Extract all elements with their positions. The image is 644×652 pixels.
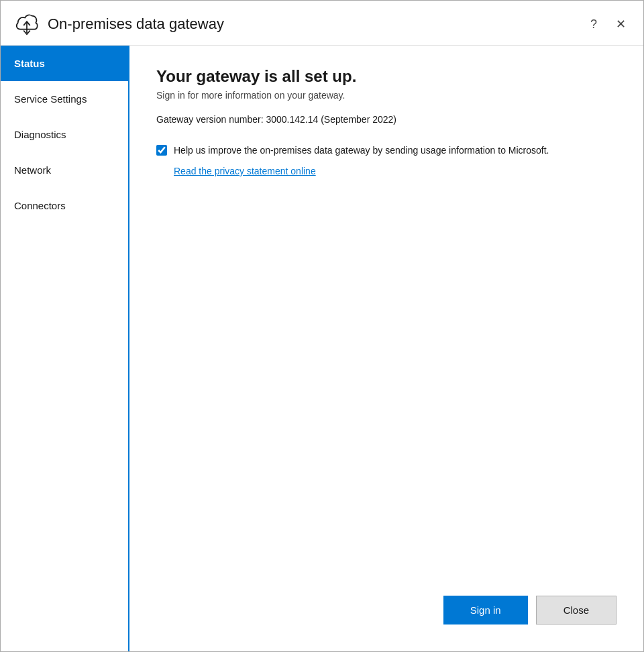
sidebar-item-network[interactable]: Network xyxy=(1,152,128,188)
close-button[interactable]: Close xyxy=(536,596,616,624)
signin-button[interactable]: Sign in xyxy=(443,596,528,624)
app-window: On-premises data gateway ? ✕ Status Serv… xyxy=(0,0,644,652)
window-controls: ? ✕ xyxy=(586,15,630,33)
help-button[interactable]: ? xyxy=(586,15,601,33)
sidebar: Status Service Settings Diagnostics Netw… xyxy=(1,46,129,651)
version-number: Gateway version number: 3000.142.14 (Sep… xyxy=(156,114,616,125)
status-subtitle: Sign in for more information on your gat… xyxy=(156,90,616,101)
app-title: On-premises data gateway xyxy=(48,15,586,33)
status-heading: Your gateway is all set up. xyxy=(156,67,616,86)
sidebar-item-service-settings[interactable]: Service Settings xyxy=(1,81,128,117)
status-content: Your gateway is all set up. Sign in for … xyxy=(156,67,616,585)
footer-buttons: Sign in Close xyxy=(156,585,616,630)
usage-checkbox[interactable] xyxy=(156,145,167,156)
sidebar-item-connectors[interactable]: Connectors xyxy=(1,188,128,223)
usage-checkbox-row: Help us improve the on-premises data gat… xyxy=(156,144,616,158)
content-area: Your gateway is all set up. Sign in for … xyxy=(129,46,643,651)
close-window-button[interactable]: ✕ xyxy=(612,15,630,33)
main-content: Status Service Settings Diagnostics Netw… xyxy=(1,46,643,651)
privacy-link[interactable]: Read the privacy statement online xyxy=(174,166,316,176)
usage-checkbox-wrapper xyxy=(156,145,167,158)
sidebar-item-status[interactable]: Status xyxy=(1,46,128,81)
app-icon xyxy=(14,11,40,37)
usage-checkbox-label[interactable]: Help us improve the on-premises data gat… xyxy=(174,144,549,158)
title-bar: On-premises data gateway ? ✕ xyxy=(1,1,643,46)
sidebar-item-diagnostics[interactable]: Diagnostics xyxy=(1,117,128,152)
